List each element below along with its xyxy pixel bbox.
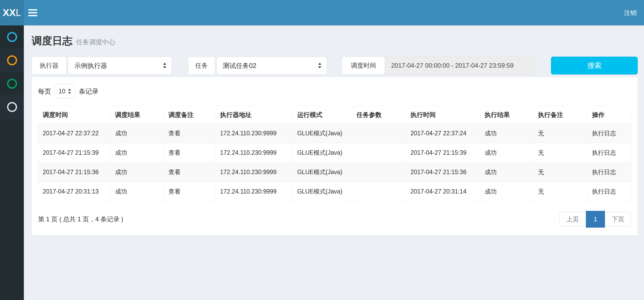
cell-dispatch-result: 成功	[111, 163, 164, 182]
job-filter-group: 任务 测试任务02	[188, 57, 327, 74]
sidebar-item-2[interactable]	[0, 49, 24, 72]
cell-job-param	[352, 143, 406, 163]
select-arrows-icon	[68, 88, 71, 94]
header-job-param: 任务参数	[352, 106, 406, 124]
cell-dispatch-result: 成功	[111, 124, 164, 143]
hamburger-icon	[28, 12, 37, 13]
page-size-control: 每页 10 条记录	[38, 84, 631, 99]
sidebar-toggle-button[interactable]	[24, 0, 41, 25]
job-select[interactable]: 测试任务02	[216, 57, 327, 74]
table-row: 2017-04-27 20:31:13 成功 查看 172.24.110.230…	[38, 182, 631, 201]
cell-exec-time: 2017-04-27 21:15:36	[406, 163, 480, 182]
current-page-button[interactable]: 1	[586, 211, 605, 228]
exec-log-link[interactable]: 执行日志	[587, 143, 631, 163]
table-row: 2017-04-27 21:15:39 成功 查看 172.24.110.230…	[38, 143, 631, 163]
logo-text-light: L	[16, 7, 21, 18]
hamburger-icon	[28, 15, 37, 16]
cell-exec-remark: 无	[533, 143, 587, 163]
select-arrows-icon	[162, 62, 167, 69]
cell-exec-remark: 无	[533, 163, 587, 182]
view-dispatch-remark-link[interactable]: 查看	[164, 182, 215, 201]
circle-outline-icon	[7, 102, 17, 112]
executor-select-value: 示例执行器	[74, 61, 107, 70]
exec-log-link[interactable]: 执行日志	[587, 182, 631, 201]
cell-run-mode: GLUE模式(Java)	[293, 124, 352, 143]
log-panel: 每页 10 条记录 调度时间 调度结果 调度备注 执行器地址	[32, 77, 638, 235]
pagination-bar: 第 1 页 ( 总共 1 页，4 条记录 ) 上页 1 下页	[38, 211, 631, 228]
prev-page-button[interactable]: 上页	[559, 212, 586, 226]
header-dispatch-result: 调度结果	[111, 106, 164, 124]
cell-exec-result: 成功	[480, 143, 533, 163]
cell-exec-result: 成功	[480, 124, 533, 143]
cell-job-param	[352, 124, 406, 143]
cell-run-mode: GLUE模式(Java)	[293, 182, 352, 201]
table-row: 2017-04-27 21:15:36 成功 查看 172.24.110.230…	[38, 163, 631, 182]
page-size-prefix: 每页	[38, 87, 51, 96]
next-page-button[interactable]: 下页	[605, 212, 631, 226]
logo-text-bold: XX	[3, 7, 16, 18]
header-exec-result: 执行结果	[480, 106, 533, 124]
sidebar-item-4[interactable]	[0, 95, 24, 119]
table-row: 2017-04-27 22:37:22 成功 查看 172.24.110.230…	[38, 124, 631, 143]
cell-exec-remark: 无	[533, 182, 587, 201]
cell-exec-time: 2017-04-27 21:15:39	[406, 143, 480, 163]
page-size-suffix: 条记录	[79, 87, 99, 96]
cell-exec-time: 2017-04-27 20:31:14	[406, 182, 480, 201]
page-title: 调度日志	[32, 34, 73, 48]
job-select-value: 测试任务02	[223, 61, 256, 70]
cell-executor-address: 172.24.110.230:9999	[215, 163, 292, 182]
page-size-select[interactable]: 10	[54, 84, 75, 99]
page-subtitle: 任务调度中心	[76, 38, 115, 46]
exec-log-link[interactable]: 执行日志	[587, 163, 631, 182]
dispatch-log-table: 调度时间 调度结果 调度备注 执行器地址 运行模式 任务参数 执行时间 执行结果…	[38, 106, 631, 201]
cell-dispatch-result: 成功	[111, 182, 164, 201]
schedule-time-filter-group: 调度时间 2017-04-27 00:00:00 - 2017-04-27 23…	[342, 57, 535, 74]
header-exec-time: 执行时间	[406, 106, 480, 124]
circle-outline-icon	[7, 55, 17, 65]
executor-select[interactable]: 示例执行器	[68, 57, 172, 74]
sidebar-item-3[interactable]	[0, 72, 24, 95]
cell-run-mode: GLUE模式(Java)	[293, 163, 352, 182]
logout-link[interactable]: 注销	[624, 9, 637, 17]
content-area: 调度日志 任务调度中心 执行器 示例执行器 任务 测试任务02 调度时间	[24, 25, 644, 300]
sidebar	[0, 25, 24, 300]
cell-job-param	[352, 182, 406, 201]
pagination-info: 第 1 页 ( 总共 1 页，4 条记录 )	[38, 215, 123, 223]
exec-log-link[interactable]: 执行日志	[587, 124, 631, 143]
cell-exec-remark: 无	[533, 124, 587, 143]
cell-dispatch-time: 2017-04-27 20:31:13	[38, 182, 111, 201]
cell-dispatch-time: 2017-04-27 22:37:22	[38, 124, 111, 143]
hamburger-icon	[28, 9, 37, 10]
cell-executor-address: 172.24.110.230:9999	[215, 124, 292, 143]
cell-dispatch-time: 2017-04-27 21:15:39	[38, 143, 111, 163]
header-dispatch-remark: 调度备注	[164, 106, 215, 124]
select-arrows-icon	[318, 62, 322, 69]
executor-filter-group: 执行器 示例执行器	[32, 57, 172, 74]
sidebar-item-1[interactable]	[0, 25, 24, 49]
cell-dispatch-result: 成功	[111, 143, 164, 163]
cell-executor-address: 172.24.110.230:9999	[215, 182, 292, 201]
search-button[interactable]: 搜索	[551, 57, 638, 74]
page-header: 调度日志 任务调度中心	[32, 34, 638, 48]
circle-outline-icon	[7, 32, 17, 42]
cell-exec-result: 成功	[480, 163, 533, 182]
header-executor-address: 执行器地址	[215, 106, 292, 124]
filter-toolbar: 执行器 示例执行器 任务 测试任务02 调度时间 2017-04-27 00:0…	[32, 57, 638, 74]
cell-dispatch-time: 2017-04-27 21:15:36	[38, 163, 111, 182]
executor-filter-label: 执行器	[32, 57, 67, 74]
header-dispatch-time: 调度时间	[38, 106, 111, 124]
navbar-bar: 注销	[24, 0, 644, 25]
pagination: 上页 1 下页	[559, 211, 631, 228]
view-dispatch-remark-link[interactable]: 查看	[164, 143, 215, 163]
page-size-value: 10	[59, 88, 66, 95]
view-dispatch-remark-link[interactable]: 查看	[164, 163, 215, 182]
cell-job-param	[352, 163, 406, 182]
view-dispatch-remark-link[interactable]: 查看	[164, 124, 215, 143]
circle-outline-icon	[7, 79, 17, 89]
table-header-row: 调度时间 调度结果 调度备注 执行器地址 运行模式 任务参数 执行时间 执行结果…	[38, 106, 631, 124]
schedule-time-range-input[interactable]: 2017-04-27 00:00:00 - 2017-04-27 23:59:5…	[385, 57, 535, 74]
cell-exec-result: 成功	[480, 182, 533, 201]
top-navbar: XXL 注销	[0, 0, 644, 25]
header-run-mode: 运行模式	[293, 106, 352, 124]
app-logo[interactable]: XXL	[0, 0, 24, 25]
